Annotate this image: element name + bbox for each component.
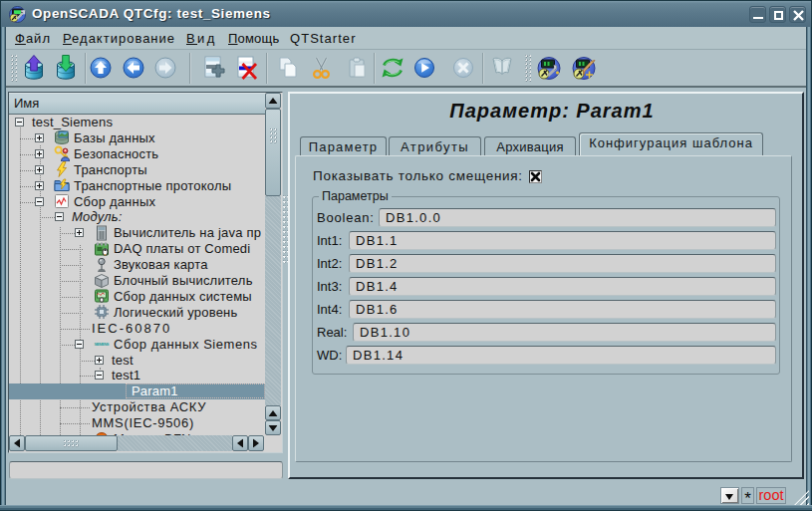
svg-text:SIEMENS: SIEMENS xyxy=(95,342,110,347)
